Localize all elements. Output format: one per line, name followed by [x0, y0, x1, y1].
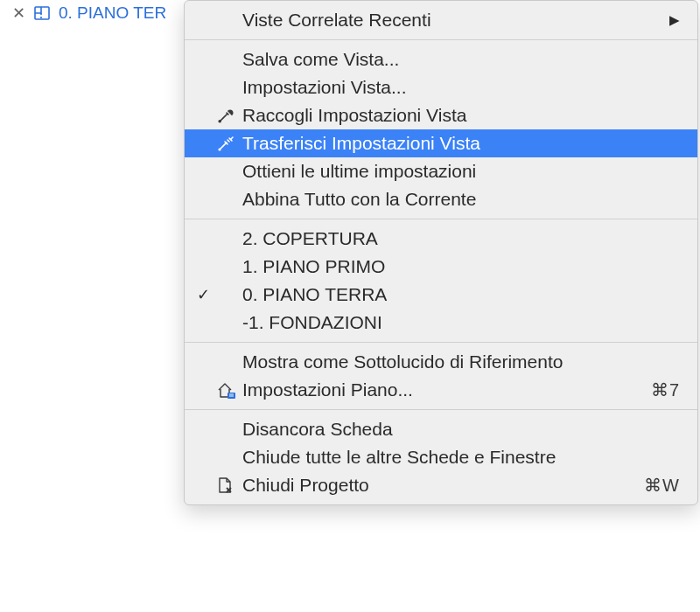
menu-item-label: Trasferisci Impostazioni Vista — [242, 133, 680, 154]
eyedropper-icon — [216, 106, 242, 125]
menu-item-label: Viste Correlate Recenti — [242, 10, 661, 31]
menu-story-item[interactable]: ✓ 0. PIANO TERRA — [185, 281, 697, 309]
menu-item-label: Salva come Vista... — [242, 49, 680, 70]
menu-item-label: 2. COPERTURA — [242, 228, 680, 249]
menu-item-label: Chiudi Progetto — [242, 475, 644, 496]
menu-transfer-view-settings[interactable]: Trasferisci Impostazioni Vista — [185, 129, 697, 157]
menu-separator — [185, 342, 697, 343]
menu-view-settings[interactable]: Impostazioni Vista... — [185, 73, 697, 101]
menu-item-label: -1. FONDAZIONI — [242, 312, 680, 333]
menu-save-as-view[interactable]: Salva come Vista... — [185, 45, 697, 73]
menu-item-label: Ottieni le ultime impostazioni — [242, 161, 680, 182]
menu-shortcut: ⌘7 — [651, 379, 680, 400]
context-menu: Viste Correlate Recenti ▶ Salva come Vis… — [184, 0, 698, 505]
floorplan-icon — [32, 3, 52, 23]
menu-item-label: Chiude tutte le altre Schede e Finestre — [242, 447, 680, 468]
menu-item-label: Impostazioni Piano... — [242, 379, 651, 400]
menu-item-label: Impostazioni Vista... — [242, 77, 680, 98]
tab-bar: ✕ 0. PIANO TER — [0, 3, 166, 23]
menu-separator — [185, 219, 697, 219]
tab-label[interactable]: 0. PIANO TER — [59, 3, 166, 23]
menu-shortcut: ⌘W — [644, 475, 680, 496]
svg-point-3 — [219, 149, 220, 150]
menu-item-label: Abbina Tutto con la Corrente — [242, 189, 680, 210]
menu-story-item[interactable]: 1. PIANO PRIMO — [185, 253, 697, 281]
close-icon[interactable]: ✕ — [12, 3, 25, 23]
menu-close-project[interactable]: Chiudi Progetto ⌘W — [185, 471, 697, 499]
house-settings-icon — [216, 380, 242, 400]
menu-undock-tab[interactable]: Disancora Scheda — [185, 415, 697, 443]
menu-show-trace-reference[interactable]: Mostra come Sottolucido di Riferimento — [185, 348, 697, 376]
syringe-icon — [216, 134, 242, 153]
submenu-arrow-icon: ▶ — [661, 12, 680, 28]
menu-story-item[interactable]: -1. FONDAZIONI — [185, 309, 697, 337]
menu-story-settings[interactable]: Impostazioni Piano... ⌘7 — [185, 376, 697, 404]
menu-get-latest-settings[interactable]: Ottieni le ultime impostazioni — [185, 157, 697, 185]
menu-item-label: 0. PIANO TERRA — [242, 284, 680, 305]
menu-gather-view-settings[interactable]: Raccogli Impostazioni Vista — [185, 101, 697, 129]
document-close-icon — [216, 476, 242, 495]
menu-recent-related-views[interactable]: Viste Correlate Recenti ▶ — [185, 6, 697, 34]
check-icon: ✓ — [197, 285, 216, 304]
menu-match-all-current[interactable]: Abbina Tutto con la Corrente — [185, 185, 697, 213]
menu-separator — [185, 409, 697, 410]
svg-point-2 — [219, 121, 220, 122]
menu-item-label: Mostra come Sottolucido di Riferimento — [242, 351, 680, 372]
menu-item-label: 1. PIANO PRIMO — [242, 256, 680, 277]
menu-separator — [185, 39, 697, 40]
menu-close-other-tabs[interactable]: Chiude tutte le altre Schede e Finestre — [185, 443, 697, 471]
menu-item-label: Disancora Scheda — [242, 419, 680, 440]
menu-item-label: Raccogli Impostazioni Vista — [242, 105, 680, 126]
menu-story-item[interactable]: 2. COPERTURA — [185, 225, 697, 253]
